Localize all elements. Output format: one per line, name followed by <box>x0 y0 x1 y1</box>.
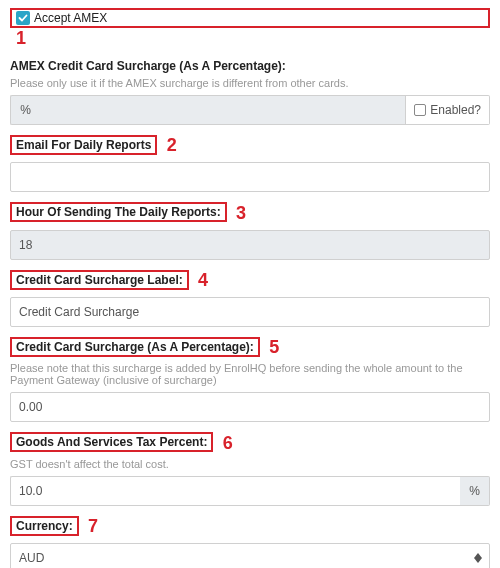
gst-input[interactable] <box>10 476 460 506</box>
amex-enabled-toggle[interactable]: Enabled? <box>406 95 490 125</box>
amex-surcharge-helper: Please only use it if the AMEX surcharge… <box>10 77 490 89</box>
amex-surcharge-heading: AMEX Credit Card Surcharge (As A Percent… <box>10 59 490 73</box>
annotation-1: 1 <box>16 28 26 49</box>
percent-suffix: % <box>460 476 490 506</box>
email-reports-label: Email For Daily Reports <box>10 135 157 155</box>
annotation-4: 4 <box>198 270 208 291</box>
annotation-3: 3 <box>236 203 246 224</box>
annotation-6: 6 <box>223 433 233 454</box>
gst-helper: GST doesn't affect the total cost. <box>10 458 490 470</box>
cc-surcharge-pct-input[interactable] <box>10 392 490 422</box>
cc-surcharge-label-input[interactable] <box>10 297 490 327</box>
cc-surcharge-label-label: Credit Card Surcharge Label: <box>10 270 189 290</box>
annotation-7: 7 <box>88 516 98 537</box>
cc-surcharge-pct-label: Credit Card Surcharge (As A Percentage): <box>10 337 260 357</box>
checkbox-icon <box>414 104 426 116</box>
currency-label: Currency: <box>10 516 79 536</box>
cc-surcharge-helper: Please note that this surcharge is added… <box>10 362 490 386</box>
enabled-label: Enabled? <box>430 103 481 117</box>
gst-label: Goods And Services Tax Percent: <box>10 432 213 452</box>
percent-prefix: % <box>10 95 40 125</box>
annotation-5: 5 <box>269 337 279 358</box>
hour-reports-label: Hour Of Sending The Daily Reports: <box>10 202 227 222</box>
hour-reports-input[interactable] <box>10 230 490 260</box>
annotation-2: 2 <box>167 135 177 156</box>
email-reports-input[interactable] <box>10 162 490 192</box>
amex-surcharge-input[interactable] <box>40 95 406 125</box>
currency-select[interactable]: AUD <box>10 543 490 568</box>
select-arrows-icon <box>474 553 482 563</box>
accept-amex-checkbox[interactable] <box>16 11 30 25</box>
accept-amex-label: Accept AMEX <box>34 11 107 25</box>
